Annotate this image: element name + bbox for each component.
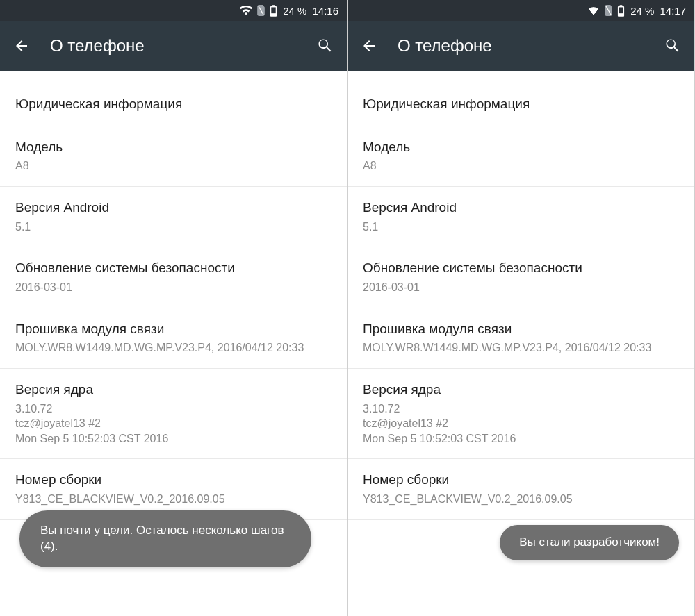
phone-screen-right: 24 % 14:17 О телефоне Юридическая информ… [348,0,695,616]
row-kernel[interactable]: Версия ядра 3.10.72 tcz@joyatel13 #2 Mon… [348,369,694,459]
row-value: Y813_CE_BLACKVIEW_V0.2_2016.09.05 [15,492,332,507]
phone-screen-left: 24 % 14:16 О телефоне Юридическая информ… [0,0,348,616]
row-value: 3.10.72 tcz@joyatel13 #2 Mon Sep 5 10:52… [15,401,332,447]
row-value: A8 [15,158,332,174]
list-peek [0,71,347,83]
row-model[interactable]: Модель A8 [0,126,347,187]
row-value: 5.1 [363,219,679,235]
row-kernel[interactable]: Версия ядра 3.10.72 tcz@joyatel13 #2 Mon… [0,369,347,459]
search-button[interactable] [316,37,334,55]
row-baseband[interactable]: Прошивка модуля связи MOLY.WR8.W1449.MD.… [0,308,347,369]
sim-icon [604,5,613,16]
row-label: Юридическая информация [363,96,679,113]
row-label: Прошивка модуля связи [363,321,679,338]
battery-icon [617,5,625,17]
list-peek [348,71,694,83]
toast-developer-steps: Вы почти у цели. Осталось несколько шаго… [19,510,311,567]
row-model[interactable]: Модель A8 [348,126,694,187]
app-bar: О телефоне [0,21,347,71]
row-value: Y813_CE_BLACKVIEW_V0.2_2016.09.05 [363,492,679,507]
row-label: Версия Android [363,199,679,217]
row-label: Обновление системы безопасности [15,260,332,277]
row-label: Прошивка модуля связи [15,321,332,338]
wifi-icon [587,6,600,15]
row-label: Обновление системы безопасности [363,260,679,277]
battery-percent: 24 % [630,5,654,17]
row-label: Номер сборки [15,472,332,489]
svg-rect-0 [272,7,276,13]
status-icons [587,5,625,17]
row-label: Версия Android [15,199,332,217]
row-legal-info[interactable]: Юридическая информация [348,83,694,126]
page-title: О телефоне [50,36,316,56]
row-value: A8 [363,158,679,174]
row-label: Модель [363,139,679,156]
battery-icon [270,5,277,17]
clock: 14:16 [312,5,338,17]
row-value: 2016-03-01 [363,280,679,295]
row-security-patch[interactable]: Обновление системы безопасности 2016-03-… [348,247,694,308]
row-android-version[interactable]: Версия Android 5.1 [0,187,347,247]
row-label: Версия ядра [363,381,679,399]
page-title: О телефоне [398,36,664,56]
svg-rect-1 [619,7,623,13]
battery-percent: 24 % [283,5,306,17]
row-legal-info[interactable]: Юридическая информация [0,83,347,126]
sim-icon [256,5,265,16]
wifi-icon [240,6,252,15]
toast-text: Вы стали разработчиком! [519,535,660,549]
status-bar: 24 % 14:16 [0,0,347,21]
app-bar: О телефоне [348,21,694,71]
row-value: 2016-03-01 [15,280,332,295]
toast-developer-enabled: Вы стали разработчиком! [500,525,679,560]
row-baseband[interactable]: Прошивка модуля связи MOLY.WR8.W1449.MD.… [348,308,694,369]
row-value: MOLY.WR8.W1449.MD.WG.MP.V23.P4, 2016/04/… [15,340,332,356]
back-button[interactable] [360,37,378,55]
row-value: 3.10.72 tcz@joyatel13 #2 Mon Sep 5 10:52… [363,401,679,447]
back-button[interactable] [13,37,31,55]
row-label: Юридическая информация [15,96,332,113]
clock: 14:17 [660,5,686,17]
status-bar: 24 % 14:17 [348,0,694,21]
row-security-patch[interactable]: Обновление системы безопасности 2016-03-… [0,247,347,308]
row-label: Номер сборки [363,472,679,489]
search-button[interactable] [664,37,682,55]
row-android-version[interactable]: Версия Android 5.1 [348,187,694,247]
row-value: 5.1 [15,219,332,235]
row-label: Версия ядра [15,381,332,399]
row-value: MOLY.WR8.W1449.MD.WG.MP.V23.P4, 2016/04/… [363,340,679,356]
row-build-number[interactable]: Номер сборки Y813_CE_BLACKVIEW_V0.2_2016… [348,459,694,519]
row-label: Модель [15,139,332,156]
toast-text: Вы почти у цели. Осталось несколько шаго… [40,524,284,553]
status-icons [240,5,277,17]
